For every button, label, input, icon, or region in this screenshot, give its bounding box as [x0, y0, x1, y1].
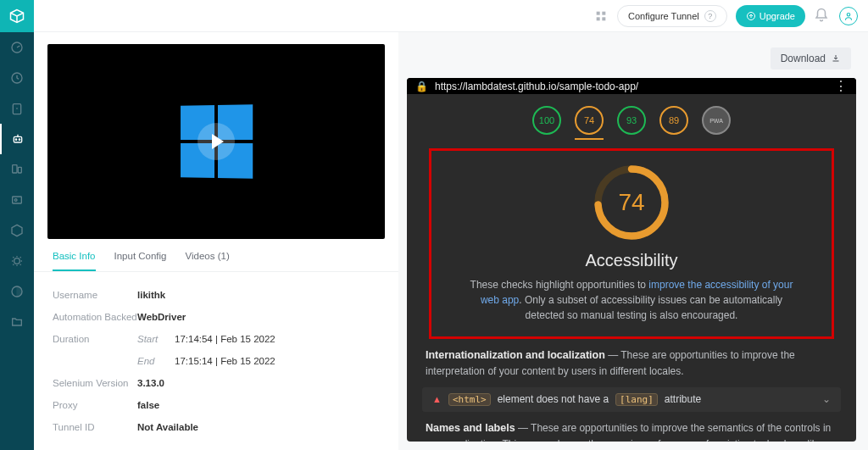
play-icon[interactable] — [198, 123, 235, 160]
lighthouse-report: 🔒 https://lambdatest.github.io/sample-to… — [407, 78, 856, 442]
warning-icon: ▲ — [432, 394, 442, 404]
audit-html-lang[interactable]: ▲ <html> element does not have a [lang] … — [422, 387, 841, 412]
score-performance[interactable]: 100 — [532, 106, 561, 135]
sidebar — [0, 0, 34, 450]
report-panel: Download 🔒 https://lambdatest.github.io/… — [398, 32, 868, 450]
code-html-tag: <html> — [448, 393, 491, 406]
proxy-value: false — [137, 400, 159, 410]
svg-rect-6 — [13, 165, 17, 173]
tunnel-label: Tunnel ID — [53, 422, 137, 432]
basic-info-table: Usernamelikithk Automation BackedWebDriv… — [34, 272, 398, 450]
sidebar-files[interactable] — [0, 307, 34, 337]
sidebar-visual[interactable] — [0, 185, 34, 215]
i18n-section: Internationalization and localization — … — [407, 344, 856, 382]
brand-logo[interactable] — [0, 0, 34, 32]
svg-point-17 — [847, 13, 850, 16]
names-labels-section: Names and labels — These are opportuniti… — [407, 417, 856, 442]
help-icon: ? — [704, 10, 716, 22]
score-accessibility[interactable]: 74 — [575, 106, 604, 135]
username-value: likithk — [137, 290, 165, 300]
video-preview[interactable] — [47, 44, 385, 239]
username-label: Username — [53, 290, 137, 300]
upgrade-label: Upgrade — [760, 11, 795, 21]
notifications-icon[interactable] — [814, 8, 831, 25]
chevron-down-icon: ⌄ — [822, 393, 831, 405]
accessibility-gauge: 74 — [592, 163, 671, 242]
download-label: Download — [781, 53, 826, 64]
report-url: https://lambdatest.github.io/sample-todo… — [435, 81, 638, 92]
svg-rect-2 — [13, 104, 20, 114]
proxy-label: Proxy — [53, 400, 137, 410]
score-seo[interactable]: 89 — [659, 106, 688, 135]
duration-label: Duration — [53, 334, 137, 344]
top-header: Configure Tunnel ? Upgrade — [34, 0, 868, 32]
info-tabs: Basic Info Input Config Videos (1) — [34, 246, 398, 272]
svg-rect-12 — [597, 11, 600, 14]
svg-rect-15 — [602, 17, 605, 20]
sidebar-history[interactable] — [0, 63, 34, 93]
selenium-label: Selenium Version — [53, 378, 137, 388]
svg-point-9 — [14, 199, 17, 202]
download-icon — [831, 53, 841, 64]
tab-input-config[interactable]: Input Config — [114, 251, 167, 271]
end-label: End — [137, 356, 175, 366]
sidebar-builds[interactable] — [0, 215, 34, 246]
configure-tunnel-button[interactable]: Configure Tunnel ? — [617, 5, 727, 27]
tunnel-value: Not Available — [137, 422, 198, 432]
tab-basic-info[interactable]: Basic Info — [53, 251, 96, 271]
accessibility-highlight-box: 74 Accessibility These checks highlight … — [429, 148, 834, 339]
download-button[interactable]: Download — [771, 47, 851, 69]
gauge-description: These checks highlight opportunities to … — [465, 277, 798, 323]
automation-value: WebDriver — [137, 312, 186, 322]
names-title: Names and labels — [426, 422, 515, 434]
selenium-value: 3.13.0 — [137, 378, 164, 388]
details-panel: Basic Info Input Config Videos (1) Usern… — [34, 32, 398, 450]
svg-point-5 — [19, 139, 19, 140]
sidebar-realtime[interactable] — [0, 93, 34, 124]
kebab-menu-icon[interactable]: ⋮ — [834, 78, 848, 94]
start-label: Start — [137, 334, 175, 344]
svg-rect-14 — [597, 17, 600, 20]
automation-label: Automation Backed — [53, 312, 137, 322]
sidebar-dashboard[interactable] — [0, 32, 34, 63]
report-urlbar: 🔒 https://lambdatest.github.io/sample-to… — [407, 78, 856, 94]
score-best-practices[interactable]: 93 — [617, 106, 646, 135]
gauge-value: 74 — [592, 163, 671, 242]
profile-avatar[interactable] — [839, 7, 858, 25]
sidebar-issues[interactable] — [0, 246, 34, 276]
lock-icon: 🔒 — [415, 81, 428, 92]
i18n-title: Internationalization and localization — [426, 349, 605, 361]
tab-videos[interactable]: Videos (1) — [186, 251, 230, 271]
end-value: 17:15:14 | Feb 15 2022 — [175, 356, 275, 366]
grid-apps-icon[interactable] — [593, 8, 609, 24]
svg-point-10 — [14, 258, 20, 264]
sidebar-analytics[interactable] — [0, 276, 34, 307]
score-summary-row: 100 74 93 89 PWA — [407, 94, 856, 142]
main: Basic Info Input Config Videos (1) Usern… — [34, 0, 868, 450]
upgrade-button[interactable]: Upgrade — [736, 5, 805, 27]
svg-point-4 — [15, 139, 16, 140]
score-pwa[interactable]: PWA — [702, 106, 731, 135]
start-value: 17:14:54 | Feb 15 2022 — [175, 334, 275, 344]
svg-rect-7 — [18, 167, 21, 173]
svg-rect-13 — [602, 11, 605, 14]
gauge-title: Accessibility — [465, 251, 798, 270]
configure-tunnel-label: Configure Tunnel — [628, 11, 699, 21]
sidebar-devices[interactable] — [0, 154, 34, 185]
sidebar-automation[interactable] — [0, 124, 34, 154]
code-lang-attr: [lang] — [615, 393, 658, 406]
